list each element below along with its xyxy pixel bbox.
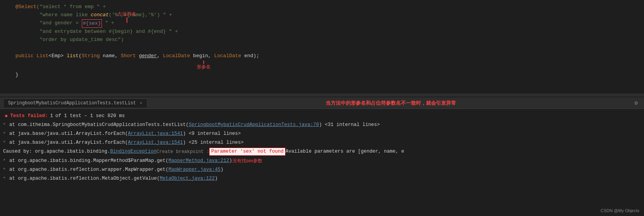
caused-by-line: Caused by: org.apache.ibatis.binding.Bin…: [0, 147, 644, 156]
tab-close-button[interactable]: ×: [140, 101, 142, 105]
gear-container: ⚙: [635, 100, 641, 106]
stack-content-2: at java.base/java.util.ArrayList.forEach…: [9, 130, 241, 138]
stack-link-1[interactable]: SpringbootMybatisCrudApplicationTests.ja…: [189, 121, 319, 129]
code-token: "where name like: [15, 11, 91, 19]
stack-text-3: at java.base/java.util.ArrayList.forEach…: [9, 139, 128, 146]
tab-bar: SpringbootMybatisCrudApplicationTests.te…: [0, 97, 644, 109]
stack-suffix-1: ) <31 internal lines>: [319, 121, 380, 129]
caused-by-suffix: Available parameters are [gender, name, …: [286, 148, 404, 155]
horizontal-scrollbar[interactable]: [0, 94, 644, 97]
code-token: list: [67, 52, 79, 60]
stack-content-3: at java.base/java.util.ArrayList.forEach…: [9, 139, 244, 146]
code-line-7: public List<Emp> list(String name, Short…: [0, 52, 644, 60]
code-line-3: "and gender = #{sex} " +: [0, 19, 644, 28]
tab-name: SpringbootMybatisCrudApplicationTests.te…: [8, 100, 136, 106]
test-failed-bar: ● Tests failed: 1 of 1 test – 1 sec 820 …: [0, 111, 644, 121]
code-line-2: "where name like concat('%',#{name},'%')…: [0, 11, 644, 19]
error-icon: ●: [5, 113, 8, 119]
failed-count: 1: [50, 113, 53, 119]
expand-icon-2[interactable]: +: [3, 130, 8, 136]
mapper-suffix-1: ): [229, 157, 232, 165]
failed-detail: of 1 test – 1 sec 820 ms: [55, 113, 125, 119]
code-token: LocalDate: [163, 52, 193, 60]
create-breakpoint-text: Create breakpoint :: [157, 148, 210, 155]
code-token: name,: [103, 52, 121, 60]
code-token: public: [15, 52, 37, 60]
code-token-from: from: [69, 3, 81, 11]
caused-by-link[interactable]: BindingException: [110, 148, 157, 155]
mapper-text-2: at org.apache.ibatis.reflection.wrapper.…: [9, 166, 169, 173]
mapper-content-3: at org.apache.ibatis.reflection.MetaObje…: [9, 175, 218, 182]
param-name-label: 形参名: [197, 64, 211, 70]
tab-center-annotation: 当方法中的形参名和占位符参数名不一致时，就会引发异常: [147, 100, 635, 107]
code-editor: @Select("select * from emp " + "where na…: [0, 0, 644, 97]
warning-annotation: 当方法中的形参名和占位符参数名不一致时，就会引发异常: [326, 100, 456, 107]
mapper-content-2: at org.apache.ibatis.reflection.wrapper.…: [9, 166, 223, 173]
code-token: "and entrydate between #{begin} and #{en…: [15, 28, 178, 36]
stack-line-2: + at java.base/java.util.ArrayList.forEa…: [0, 129, 644, 138]
code-line-7-container: public List<Emp> list(String name, Short…: [0, 52, 644, 60]
mapper-content-1: at org.apache.ibatis.binding.MapperMetho…: [9, 157, 262, 165]
code-token: "and gender =: [15, 19, 82, 27]
stack-line-1: + at com.itheima.SpringbootMybatisCrudAp…: [0, 121, 644, 129]
watermark: CSDN @My Objects: [601, 208, 639, 213]
placeholder-annotation: 占位符名: [118, 11, 136, 23]
code-line-close: }: [0, 71, 644, 79]
mapper-link-2[interactable]: MapWrapper.java:45: [169, 166, 221, 173]
code-line-1: @Select("select * from emp " +: [0, 3, 644, 11]
stack-suffix-2: ) <9 internal lines>: [183, 130, 241, 138]
annotation-arrow-down: [127, 17, 127, 23]
expand-icon-3[interactable]: +: [3, 139, 8, 145]
mapper-line-1: + at org.apache.ibatis.binding.MapperMet…: [0, 156, 644, 165]
code-token: ,: [157, 52, 163, 60]
code-token: begin,: [193, 52, 214, 60]
code-token: <Emp>: [49, 52, 67, 60]
code-token: (: [79, 52, 82, 60]
settings-icon[interactable]: ⚙: [635, 100, 638, 106]
tab-left: SpringbootMybatisCrudApplicationTests.te…: [3, 99, 147, 107]
stack-text-1: at com.itheima.SpringbootMybatisCrudAppl…: [9, 121, 189, 129]
code-token: end);: [244, 52, 259, 60]
code-token: List: [37, 52, 49, 60]
expand-icon-4[interactable]: +: [3, 157, 8, 163]
test-results-panel: ● Tests failed: 1 of 1 test – 1 sec 820 …: [0, 109, 644, 183]
annotation-arrow-up: [203, 61, 204, 64]
code-token-sex-placeholder: #{sex}: [82, 19, 102, 28]
code-line-5: "order by update_time desc"): [0, 36, 644, 44]
expand-icon-6[interactable]: +: [3, 175, 8, 181]
stack-link-3[interactable]: ArrayList.java:1541: [128, 139, 183, 146]
annotation-space: [0, 60, 644, 71]
mapper-link-3[interactable]: MetaObject.java:122: [160, 175, 215, 182]
code-token-concat: concat: [91, 11, 109, 19]
stack-content-1: at com.itheima.SpringbootMybatisCrudAppl…: [9, 121, 380, 129]
code-token: emp " +: [82, 3, 106, 11]
expand-icon-5[interactable]: +: [3, 166, 8, 172]
code-token: " +: [102, 19, 114, 27]
code-token: "order by update_time desc"): [15, 36, 124, 44]
param-name-annotation: 形参名: [197, 61, 211, 70]
tests-failed-label: Tests failed:: [10, 113, 48, 119]
expand-icon-1[interactable]: +: [3, 121, 8, 127]
mapper-suffix-3: ): [215, 175, 218, 182]
parameter-sex-not-found: Parameter 'sex' not found: [209, 148, 286, 156]
code-token: ("select *: [37, 3, 70, 11]
stack-suffix-3: ) <25 internal lines>: [183, 139, 244, 146]
watermark-text: CSDN @My Objects: [601, 208, 639, 213]
code-line-3-container: "and gender = #{sex} " + 占位符名: [0, 19, 644, 28]
code-token: Short: [121, 52, 139, 60]
code-line-6: [0, 44, 644, 52]
caused-by-prefix: Caused by: org.apache.ibatis.binding.: [3, 148, 110, 155]
app-container: @Select("select * from emp " + "where na…: [0, 0, 644, 183]
placeholder-label: 占位符名: [118, 11, 136, 17]
stack-link-2[interactable]: ArrayList.java:1541: [128, 130, 183, 138]
test-tab[interactable]: SpringbootMybatisCrudApplicationTests.te…: [3, 99, 147, 107]
code-token-gender: gender: [139, 52, 157, 60]
mapper-link-1[interactable]: MapperMethod.java:212: [169, 157, 230, 165]
code-token: @Select: [15, 3, 37, 11]
mapper-line-3: + at org.apache.ibatis.reflection.MetaOb…: [0, 174, 644, 183]
mapper-text-1: at org.apache.ibatis.binding.MapperMetho…: [9, 157, 169, 165]
code-token: }: [15, 71, 19, 79]
stack-text-2: at java.base/java.util.ArrayList.forEach…: [9, 130, 128, 138]
code-line-4: "and entrydate between #{begin} and #{en…: [0, 28, 644, 36]
mapper-suffix-2: ): [221, 166, 224, 173]
